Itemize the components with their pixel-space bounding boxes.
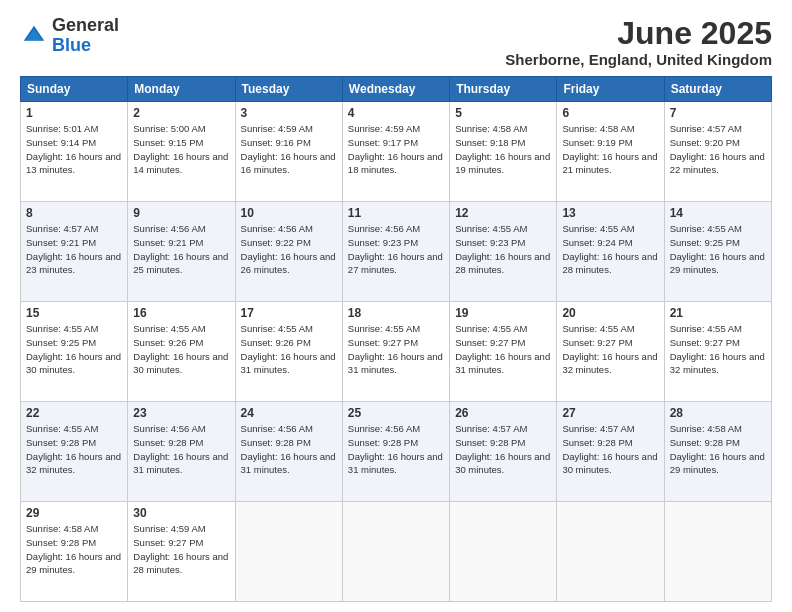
table-row: 2 Sunrise: 5:00 AMSunset: 9:15 PMDayligh… <box>128 102 235 202</box>
title-block: June 2025 Sherborne, England, United Kin… <box>505 16 772 68</box>
table-row: 3 Sunrise: 4:59 AMSunset: 9:16 PMDayligh… <box>235 102 342 202</box>
month-title: June 2025 <box>505 16 772 51</box>
table-row: 28 Sunrise: 4:58 AMSunset: 9:28 PMDaylig… <box>664 402 771 502</box>
table-row: 14 Sunrise: 4:55 AMSunset: 9:25 PMDaylig… <box>664 202 771 302</box>
table-row: 9 Sunrise: 4:56 AMSunset: 9:21 PMDayligh… <box>128 202 235 302</box>
table-row: 27 Sunrise: 4:57 AMSunset: 9:28 PMDaylig… <box>557 402 664 502</box>
table-row: 5 Sunrise: 4:58 AMSunset: 9:18 PMDayligh… <box>450 102 557 202</box>
empty-cell <box>342 502 449 602</box>
table-row: 18 Sunrise: 4:55 AMSunset: 9:27 PMDaylig… <box>342 302 449 402</box>
col-tuesday: Tuesday <box>235 77 342 102</box>
table-row: 8 Sunrise: 4:57 AMSunset: 9:21 PMDayligh… <box>21 202 128 302</box>
calendar-week-row: 22 Sunrise: 4:55 AMSunset: 9:28 PMDaylig… <box>21 402 772 502</box>
empty-cell <box>235 502 342 602</box>
col-saturday: Saturday <box>664 77 771 102</box>
col-wednesday: Wednesday <box>342 77 449 102</box>
col-thursday: Thursday <box>450 77 557 102</box>
page-header: General Blue June 2025 Sherborne, Englan… <box>20 16 772 68</box>
table-row: 13 Sunrise: 4:55 AMSunset: 9:24 PMDaylig… <box>557 202 664 302</box>
table-row: 12 Sunrise: 4:55 AMSunset: 9:23 PMDaylig… <box>450 202 557 302</box>
table-row: 17 Sunrise: 4:55 AMSunset: 9:26 PMDaylig… <box>235 302 342 402</box>
calendar-table: Sunday Monday Tuesday Wednesday Thursday… <box>20 76 772 602</box>
calendar-week-row: 15 Sunrise: 4:55 AMSunset: 9:25 PMDaylig… <box>21 302 772 402</box>
table-row: 20 Sunrise: 4:55 AMSunset: 9:27 PMDaylig… <box>557 302 664 402</box>
col-monday: Monday <box>128 77 235 102</box>
calendar-week-row: 29 Sunrise: 4:58 AMSunset: 9:28 PMDaylig… <box>21 502 772 602</box>
table-row: 15 Sunrise: 4:55 AMSunset: 9:25 PMDaylig… <box>21 302 128 402</box>
table-row: 25 Sunrise: 4:56 AMSunset: 9:28 PMDaylig… <box>342 402 449 502</box>
table-row: 6 Sunrise: 4:58 AMSunset: 9:19 PMDayligh… <box>557 102 664 202</box>
calendar-header-row: Sunday Monday Tuesday Wednesday Thursday… <box>21 77 772 102</box>
table-row: 21 Sunrise: 4:55 AMSunset: 9:27 PMDaylig… <box>664 302 771 402</box>
table-row: 22 Sunrise: 4:55 AMSunset: 9:28 PMDaylig… <box>21 402 128 502</box>
col-friday: Friday <box>557 77 664 102</box>
empty-cell <box>450 502 557 602</box>
table-row: 1 Sunrise: 5:01 AMSunset: 9:14 PMDayligh… <box>21 102 128 202</box>
table-row: 19 Sunrise: 4:55 AMSunset: 9:27 PMDaylig… <box>450 302 557 402</box>
table-row: 29 Sunrise: 4:58 AMSunset: 9:28 PMDaylig… <box>21 502 128 602</box>
table-row: 24 Sunrise: 4:56 AMSunset: 9:28 PMDaylig… <box>235 402 342 502</box>
calendar-week-row: 1 Sunrise: 5:01 AMSunset: 9:14 PMDayligh… <box>21 102 772 202</box>
calendar-week-row: 8 Sunrise: 4:57 AMSunset: 9:21 PMDayligh… <box>21 202 772 302</box>
empty-cell <box>557 502 664 602</box>
table-row: 7 Sunrise: 4:57 AMSunset: 9:20 PMDayligh… <box>664 102 771 202</box>
location: Sherborne, England, United Kingdom <box>505 51 772 68</box>
logo-icon <box>20 22 48 50</box>
table-row: 23 Sunrise: 4:56 AMSunset: 9:28 PMDaylig… <box>128 402 235 502</box>
empty-cell <box>664 502 771 602</box>
table-row: 4 Sunrise: 4:59 AMSunset: 9:17 PMDayligh… <box>342 102 449 202</box>
logo: General Blue <box>20 16 119 56</box>
table-row: 30 Sunrise: 4:59 AMSunset: 9:27 PMDaylig… <box>128 502 235 602</box>
logo-text: General Blue <box>52 16 119 56</box>
table-row: 10 Sunrise: 4:56 AMSunset: 9:22 PMDaylig… <box>235 202 342 302</box>
table-row: 26 Sunrise: 4:57 AMSunset: 9:28 PMDaylig… <box>450 402 557 502</box>
col-sunday: Sunday <box>21 77 128 102</box>
table-row: 16 Sunrise: 4:55 AMSunset: 9:26 PMDaylig… <box>128 302 235 402</box>
table-row: 11 Sunrise: 4:56 AMSunset: 9:23 PMDaylig… <box>342 202 449 302</box>
